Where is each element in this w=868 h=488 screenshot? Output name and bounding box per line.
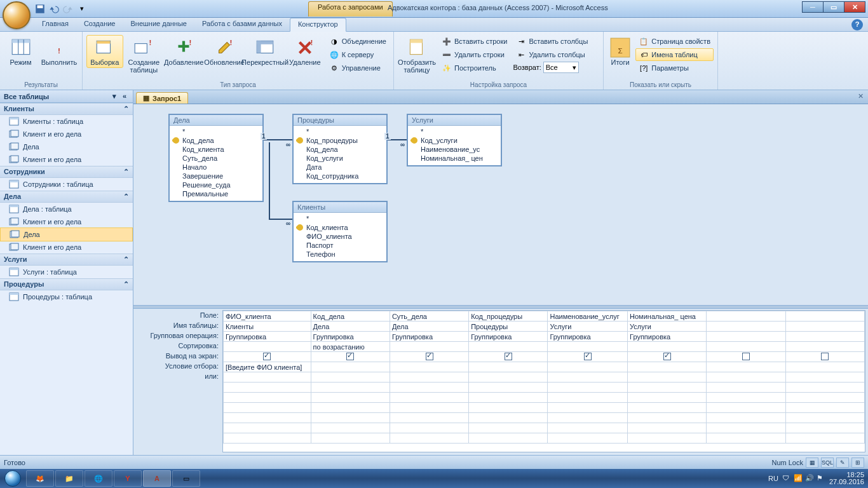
clock[interactable]: 18:25 27.09.2016	[829, 471, 864, 485]
return-combo[interactable]: Все▾	[543, 62, 579, 73]
nav-item[interactable]: Сотрудники : таблица	[0, 178, 133, 191]
tab-external[interactable]: Внешние данные	[123, 18, 194, 31]
qbe-grid[interactable]: ФИО_клиентаКод_делаСуть_делаКод_процедур…	[222, 310, 865, 452]
qbe-cell[interactable]	[707, 342, 785, 352]
qbe-cell[interactable]	[224, 372, 311, 383]
qbe-cell[interactable]	[311, 423, 390, 433]
qbe-cell[interactable]	[548, 383, 628, 393]
qbe-cell[interactable]	[548, 342, 628, 352]
qbe-cell[interactable]	[224, 403, 311, 413]
qbe-cell[interactable]: Услуги	[628, 322, 707, 332]
tab-home[interactable]: Главная	[34, 18, 76, 31]
qbe-cell[interactable]	[785, 403, 864, 413]
taskbar-yandex[interactable]: Y	[114, 470, 142, 487]
qbe-cell[interactable]	[224, 423, 311, 433]
field-item[interactable]: Код_дела	[172, 136, 260, 145]
qbe-cell[interactable]	[548, 413, 628, 423]
field-item[interactable]: *	[296, 214, 384, 223]
qbe-cell[interactable]	[311, 403, 390, 413]
qbe-cell[interactable]	[469, 423, 548, 433]
qbe-cell[interactable]	[628, 362, 707, 372]
nav-item[interactable]: Клиент и его дела	[0, 153, 133, 166]
qbe-cell[interactable]: Дела	[390, 322, 468, 332]
qbe-cell[interactable]	[785, 352, 864, 362]
deleterows-button[interactable]: ➖Удалить строки	[438, 48, 510, 61]
nav-item[interactable]: Дела	[0, 140, 133, 153]
maximize-button[interactable]: ▭	[823, 1, 844, 13]
field-item[interactable]: Наименование_ус	[410, 145, 498, 154]
qbe-cell[interactable]: Код_дела	[311, 311, 390, 322]
qbe-cell[interactable]	[785, 311, 864, 322]
qbe-cell[interactable]	[707, 423, 785, 433]
field-item[interactable]: Номинальная_ цен	[410, 154, 498, 163]
qbe-cell[interactable]	[785, 423, 864, 433]
qbe-cell[interactable]	[628, 433, 707, 444]
taskbar-chrome[interactable]: 🌐	[85, 470, 112, 487]
qbe-cell[interactable]: Клиенты	[224, 322, 311, 332]
field-item[interactable]: Код_клиента	[296, 223, 384, 232]
qbe-cell[interactable]: Наименование_услуг	[548, 311, 628, 322]
qbe-cell[interactable]	[707, 393, 785, 403]
taskbar-firefox[interactable]: 🦊	[26, 470, 54, 487]
qbe-cell[interactable]: Группировка	[311, 332, 390, 342]
qbe-cell[interactable]	[311, 393, 390, 403]
view-datasheet-icon[interactable]: ▦	[806, 458, 818, 468]
qbe-cell[interactable]	[311, 352, 390, 362]
qbe-cell[interactable]	[628, 413, 707, 423]
table-card[interactable]: Услуги*Код_услугиНаименование_усНоминаль…	[407, 114, 502, 166]
qbe-cell[interactable]	[390, 372, 468, 383]
checkbox[interactable]	[346, 353, 354, 360]
taskbar-access[interactable]: A	[143, 470, 171, 487]
nav-dropdown-icon[interactable]: ▾	[110, 92, 119, 100]
qbe-cell[interactable]: Дела	[311, 322, 390, 332]
tray-icons[interactable]: 🛡 📶 🔊 ⚑	[782, 474, 825, 483]
qbe-cell[interactable]	[390, 342, 468, 352]
field-item[interactable]: *	[172, 127, 260, 136]
nav-item[interactable]: Клиент и его дела	[0, 215, 133, 228]
field-item[interactable]: Код_клиента	[172, 145, 260, 154]
nav-group-header[interactable]: Сотрудники⌃	[0, 166, 133, 178]
qbe-cell[interactable]	[707, 372, 785, 383]
checkbox[interactable]	[584, 353, 592, 360]
qbe-cell[interactable]	[707, 352, 785, 362]
qbe-cell[interactable]	[469, 403, 548, 413]
nav-item[interactable]: Клиент и его дела	[0, 128, 133, 140]
qbe-cell[interactable]	[628, 423, 707, 433]
qbe-cell[interactable]: Суть_дела	[390, 311, 468, 322]
qbe-cell[interactable]	[548, 372, 628, 383]
table-card[interactable]: Клиенты*Код_клиентаФИО_клиентаПаспортТел…	[292, 201, 388, 262]
start-button[interactable]	[0, 469, 25, 488]
nav-item[interactable]: Дела	[0, 227, 133, 241]
qbe-cell[interactable]	[707, 433, 785, 444]
qbe-cell[interactable]	[469, 352, 548, 362]
builder-button[interactable]: ✨Построитель	[438, 62, 510, 74]
tablenames-button[interactable]: 🏷Имена таблиц	[635, 48, 714, 61]
qbe-cell[interactable]: Услуги	[548, 322, 628, 332]
field-item[interactable]: Завершение	[172, 172, 260, 180]
qbe-cell[interactable]: Группировка	[390, 332, 468, 342]
taskbar-explorer[interactable]: 📁	[55, 470, 83, 487]
qbe-cell[interactable]	[469, 433, 548, 444]
field-item[interactable]: *	[410, 127, 498, 136]
document-close-icon[interactable]: ✕	[855, 92, 865, 102]
field-item[interactable]: Суть_дела	[172, 154, 260, 163]
checkbox[interactable]	[505, 353, 512, 360]
qbe-cell[interactable]	[390, 403, 468, 413]
qbe-cell[interactable]	[548, 362, 628, 372]
language-indicator[interactable]: RU	[768, 475, 778, 482]
nav-group-header[interactable]: Клиенты⌃	[0, 103, 133, 115]
qbe-cell[interactable]	[548, 423, 628, 433]
totals-button[interactable]: ΣИтоги	[607, 35, 633, 68]
qbe-cell[interactable]	[469, 362, 548, 372]
office-button[interactable]	[3, 1, 31, 29]
qbe-cell[interactable]	[707, 383, 785, 393]
qbe-cell[interactable]	[707, 413, 785, 423]
qbe-cell[interactable]	[785, 372, 864, 383]
field-item[interactable]: ФИО_клиента	[296, 232, 384, 241]
field-item[interactable]: Код_дела	[296, 145, 384, 154]
qbe-cell[interactable]: [Введите ФИО клиента]	[224, 362, 311, 372]
nav-item[interactable]: Клиенты : таблица	[0, 115, 133, 128]
qbe-cell[interactable]	[628, 403, 707, 413]
qbe-cell[interactable]	[785, 322, 864, 332]
qbe-cell[interactable]	[785, 332, 864, 342]
